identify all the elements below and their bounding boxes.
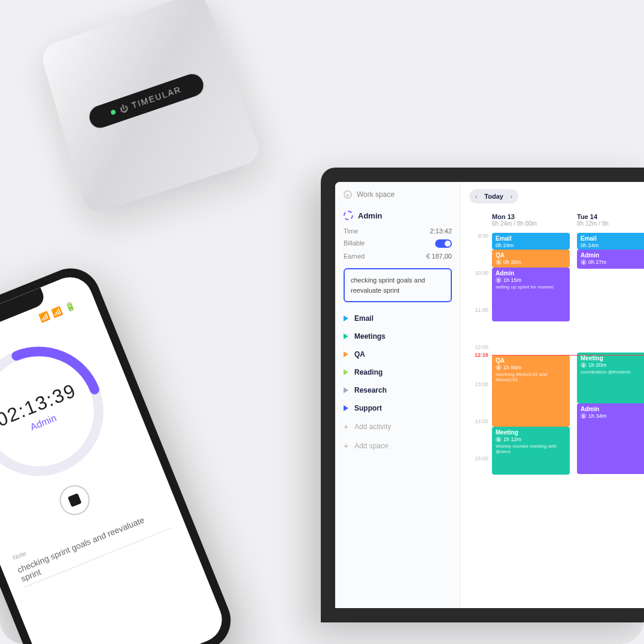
time-label: Time [344,227,358,235]
timer-ring: 02:13:39 Admin [0,322,129,501]
active-activity[interactable]: Admin [335,206,460,225]
activity-qa[interactable]: QA [335,345,460,363]
activity-email[interactable]: Email [335,309,460,327]
calendar-event[interactable]: Admin$1h 15msetting up sprint for momee [492,268,570,321]
play-icon [344,369,348,375]
billable-icon: $ [496,277,502,283]
add-space-button[interactable]: + Add space [335,436,460,455]
activity-research[interactable]: Research [335,381,460,399]
tracker-led [110,110,116,116]
calendar-event[interactable]: QA$0h 26m [492,250,570,268]
tracker-device: ⏻ TIMEULAR [32,0,296,243]
phone-mockup: 15:37 📶 📶 🔋 02:13:39 Admin [0,242,293,644]
hour-label: 11:00 [469,307,488,344]
tracker-brand: TIMEULAR [130,84,183,110]
day-header: Mon 136h 24m / 8h 00m [492,213,571,227]
calendar-event[interactable]: Meeting$1h 20mcoordination @frontend [577,353,644,403]
sidebar: Work space Admin Time 2:13:42 Billable E… [335,182,461,608]
billable-icon: $ [581,413,587,419]
calendar-event[interactable]: Email0h 24m [492,233,570,250]
chevron-left-icon[interactable]: ‹ [475,193,477,200]
stop-icon [68,493,81,507]
chevron-right-icon[interactable]: › [511,193,512,200]
today-selector[interactable]: ‹ Today › [469,189,518,203]
billable-icon: $ [581,259,587,265]
add-activity-button[interactable]: + Add activity [335,417,460,436]
calendar-event[interactable]: Admin$1h 34m [577,403,644,474]
play-icon [344,351,348,357]
hour-label: 12:00 [469,344,488,381]
signal-icon: 📶 [38,311,51,323]
earned-label: Earned [344,253,364,260]
note-textarea[interactable]: checking sprint goals and reevaluate spr… [344,268,452,302]
billable-label: Billable [344,239,364,248]
billable-icon: $ [496,259,502,265]
play-icon [344,405,348,411]
billable-toggle[interactable] [435,239,452,248]
workspace-icon [344,190,352,199]
activity-meetings[interactable]: Meetings [335,327,460,345]
laptop-mockup: Work space Admin Time 2:13:42 Billable E… [321,168,644,644]
calendar-event[interactable]: Email0h 24m [577,233,644,250]
hour-label: 15:00 [469,455,488,493]
calendar-event[interactable]: Meeting$1h 12mWeekly momee meeting with … [492,427,570,475]
stop-button[interactable] [55,481,94,520]
calendar-event[interactable]: QA$1h 56mresolving #ticket132 and #ticke… [492,355,570,427]
calendar-view: ‹ Today › Mon 136h 24m / 8h 00mTue 148h … [461,182,644,608]
battery-icon: 🔋 [63,300,77,313]
play-icon [344,387,348,393]
activity-indicator [344,211,353,220]
workspace-title: Work space [357,190,394,199]
calendar-event[interactable]: Admin$0h 27m [577,250,644,269]
day-header: Tue 148h 12m / 8h [577,213,644,227]
play-icon [344,315,348,321]
billable-icon: $ [581,362,587,368]
billable-icon: $ [496,436,502,442]
time-value: 2:13:42 [430,227,452,235]
wifi-icon: 📶 [50,305,63,318]
plus-icon: + [344,422,348,432]
play-icon [344,333,348,339]
hour-label: 10:00 [469,270,488,307]
hour-label: 14:00 [469,418,488,455]
current-time-line [492,355,644,356]
power-icon: ⏻ [119,103,129,114]
activity-support[interactable]: Support [335,399,460,417]
activity-reading[interactable]: Reading [335,363,460,381]
earned-value: € 187,00 [426,253,452,260]
billable-icon: $ [496,364,502,370]
hour-label: 9:00 [469,233,488,270]
plus-icon: + [344,441,348,451]
hour-label: 13:00 [469,381,488,418]
status-icons: 📶 📶 🔋 [38,300,76,323]
